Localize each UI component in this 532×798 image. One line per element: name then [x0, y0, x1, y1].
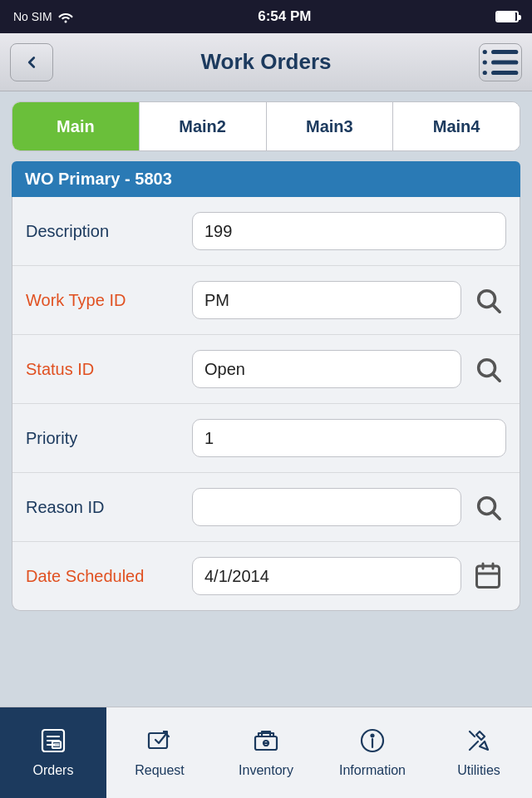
- calendar-icon: [473, 561, 503, 591]
- form-container: Description Work Type ID Status ID: [12, 197, 520, 611]
- time-display: 6:54 PM: [258, 8, 311, 25]
- work-type-id-label: Work Type ID: [26, 291, 192, 310]
- orders-tab-label: Orders: [33, 763, 74, 778]
- status-id-label: Status ID: [26, 360, 192, 379]
- reason-id-input-wrap: [192, 488, 506, 526]
- bottom-tab-utilities[interactable]: Utilities: [426, 707, 532, 798]
- date-scheduled-calendar-button[interactable]: [470, 558, 506, 594]
- request-icon: [142, 723, 177, 758]
- svg-line-8: [493, 305, 500, 312]
- priority-input-wrap: [192, 419, 506, 457]
- date-scheduled-label: Date Scheduled: [26, 567, 192, 586]
- search-icon: [474, 493, 502, 521]
- list-icon: [480, 42, 521, 83]
- status-id-input[interactable]: [192, 350, 461, 388]
- page-title: Work Orders: [200, 49, 331, 75]
- bottom-tab-information[interactable]: Information: [319, 707, 426, 798]
- priority-row: Priority: [12, 404, 520, 473]
- search-icon: [474, 286, 502, 314]
- work-type-id-row: Work Type ID: [12, 266, 520, 335]
- work-type-id-input-wrap: [192, 281, 506, 319]
- svg-point-31: [372, 734, 374, 736]
- bottom-tab-request[interactable]: Request: [106, 707, 213, 798]
- utilities-icon: [461, 723, 496, 758]
- information-icon: [355, 723, 390, 758]
- main-tabs: Main Main2 Main3 Main4: [12, 101, 520, 151]
- reason-id-input[interactable]: [192, 488, 461, 526]
- wifi-icon: [57, 10, 74, 23]
- bottom-tab-orders[interactable]: Orders: [0, 707, 106, 798]
- date-scheduled-input-wrap: [192, 557, 506, 595]
- tab-main2[interactable]: Main2: [140, 102, 267, 150]
- bottom-tab-bar: Orders Request Inventory: [0, 707, 532, 798]
- tab-main4[interactable]: Main4: [393, 102, 520, 150]
- reason-id-label: Reason ID: [26, 498, 192, 517]
- bottom-tab-inventory[interactable]: Inventory: [213, 707, 319, 798]
- description-input[interactable]: [192, 212, 506, 250]
- priority-label: Priority: [26, 429, 192, 448]
- request-tab-label: Request: [135, 763, 185, 778]
- svg-rect-13: [477, 566, 500, 588]
- back-button[interactable]: [10, 43, 53, 81]
- status-id-input-wrap: [192, 350, 506, 388]
- svg-line-10: [493, 374, 500, 381]
- orders-icon: [36, 723, 71, 758]
- status-id-search-button[interactable]: [470, 351, 506, 387]
- reason-id-row: Reason ID: [12, 473, 520, 542]
- svg-point-0: [64, 21, 66, 23]
- work-type-id-search-button[interactable]: [470, 282, 506, 318]
- date-scheduled-input[interactable]: [192, 557, 461, 595]
- tab-main[interactable]: Main: [12, 102, 140, 150]
- information-tab-label: Information: [339, 763, 406, 778]
- carrier-wifi: No SIM: [13, 10, 74, 23]
- work-type-id-input[interactable]: [192, 281, 461, 319]
- date-scheduled-row: Date Scheduled: [12, 542, 520, 610]
- description-label: Description: [26, 222, 192, 241]
- description-input-wrap: [192, 212, 506, 250]
- svg-line-12: [493, 512, 500, 519]
- inventory-icon: [249, 723, 283, 758]
- status-id-row: Status ID: [12, 335, 520, 404]
- reason-id-search-button[interactable]: [470, 489, 506, 525]
- inventory-tab-label: Inventory: [239, 763, 293, 778]
- section-header: WO Primary - 5803: [12, 161, 520, 197]
- battery-icon: [495, 11, 519, 22]
- status-bar: No SIM 6:54 PM: [0, 0, 532, 33]
- priority-input[interactable]: [192, 419, 506, 457]
- description-row: Description: [12, 197, 520, 266]
- list-view-button[interactable]: [479, 43, 522, 81]
- carrier-label: No SIM: [13, 10, 52, 23]
- tab-main3[interactable]: Main3: [267, 102, 394, 150]
- utilities-tab-label: Utilities: [457, 763, 500, 778]
- navigation-bar: Work Orders: [0, 33, 532, 91]
- svg-line-32: [470, 732, 475, 736]
- search-icon: [474, 355, 502, 383]
